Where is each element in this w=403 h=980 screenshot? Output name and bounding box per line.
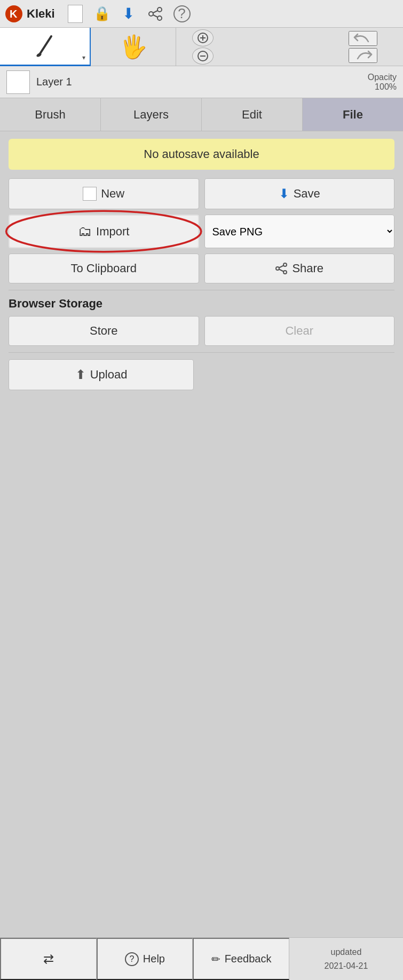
svg-line-18 bbox=[279, 266, 283, 268]
new-thumb-icon bbox=[83, 187, 97, 201]
browser-storage-heading: Browser Storage bbox=[9, 297, 394, 311]
save-label: Save bbox=[294, 187, 320, 201]
svg-text:K: K bbox=[10, 8, 18, 20]
empty-area bbox=[9, 396, 394, 769]
new-save-row: New ⬇ Save bbox=[9, 178, 394, 209]
save-format-select[interactable]: Save PNG Save JPG Save KLK bbox=[204, 215, 395, 248]
svg-line-6 bbox=[153, 15, 157, 17]
undo-icon bbox=[353, 31, 373, 46]
clipboard-share-row: To Clipboard Share bbox=[9, 254, 394, 283]
help-label: Help bbox=[143, 953, 165, 965]
main-content: No autosave available New ⬇ Save 🗂 Impor… bbox=[0, 131, 403, 777]
feedback-button[interactable]: ✏ Feedback bbox=[193, 938, 289, 980]
save-icon: ⬇ bbox=[279, 186, 289, 201]
tool-row: ▾ 🖐 bbox=[0, 28, 403, 66]
clipboard-label: To Clipboard bbox=[70, 262, 137, 275]
svg-point-4 bbox=[149, 12, 153, 16]
redo-icon bbox=[353, 48, 373, 63]
svg-line-7 bbox=[39, 36, 51, 54]
feedback-icon: ✏ bbox=[211, 953, 220, 966]
updated-info: updated 2021-04-21 bbox=[289, 938, 403, 980]
divider-2 bbox=[9, 352, 394, 353]
tab-layers[interactable]: Layers bbox=[101, 98, 202, 131]
share-button[interactable]: Share bbox=[204, 254, 395, 283]
upload-button[interactable]: ⬆ Upload bbox=[9, 359, 194, 390]
tabs-row: Brush Layers Edit File bbox=[0, 98, 403, 131]
new-label: New bbox=[101, 187, 124, 201]
share-icon bbox=[148, 6, 163, 21]
zoom-controls bbox=[176, 28, 230, 66]
top-toolbar: K Kleki 🔒 ⬇ ? bbox=[0, 0, 403, 28]
hand-icon: 🖐 bbox=[120, 34, 147, 60]
download-icon-btn[interactable]: ⬇ bbox=[117, 2, 140, 26]
clear-button[interactable]: Clear bbox=[204, 316, 395, 346]
svg-point-16 bbox=[283, 271, 287, 274]
zoom-in-icon bbox=[197, 32, 209, 44]
import-savepng-row: 🗂 Import Save PNG Save JPG Save KLK bbox=[9, 215, 394, 248]
undo-redo-controls bbox=[328, 28, 398, 66]
save-button[interactable]: ⬇ Save bbox=[204, 178, 395, 209]
svg-point-2 bbox=[157, 7, 162, 12]
updated-date: 2021-04-21 bbox=[325, 961, 368, 971]
autosave-banner: No autosave available bbox=[9, 139, 394, 170]
new-button[interactable]: New bbox=[9, 178, 199, 209]
brush-chevron-icon: ▾ bbox=[82, 54, 85, 61]
app-name: Kleki bbox=[27, 7, 55, 21]
import-button[interactable]: 🗂 Import bbox=[9, 215, 199, 248]
svg-point-17 bbox=[276, 267, 279, 270]
share-icon-btn[interactable] bbox=[144, 2, 167, 26]
upload-row: ⬆ Upload bbox=[9, 359, 394, 390]
layer-thumbnail bbox=[6, 70, 30, 94]
zoom-in-button[interactable] bbox=[192, 29, 214, 46]
upload-icon: ⬆ bbox=[75, 367, 86, 382]
tab-edit[interactable]: Edit bbox=[202, 98, 303, 131]
hand-tool[interactable]: 🖐 bbox=[91, 28, 176, 66]
svg-point-15 bbox=[283, 263, 287, 266]
brush-tool[interactable]: ▾ bbox=[0, 28, 91, 66]
upload-label: Upload bbox=[90, 368, 128, 382]
store-button[interactable]: Store bbox=[9, 316, 199, 346]
help-circle-icon: ? bbox=[125, 952, 139, 966]
bottom-bar: ⇄ ? Help ✏ Feedback updated 2021-04-21 bbox=[0, 937, 403, 980]
redo-button[interactable] bbox=[349, 48, 377, 63]
swap-icon: ⇄ bbox=[43, 952, 54, 967]
logo: K Kleki bbox=[4, 4, 55, 23]
tab-file[interactable]: File bbox=[303, 98, 403, 131]
undo-button[interactable] bbox=[349, 31, 377, 46]
layer-row: Layer 1 Opacity 100% bbox=[0, 66, 403, 98]
opacity-display: Opacity 100% bbox=[368, 73, 397, 92]
svg-point-3 bbox=[157, 16, 162, 20]
share-label: Share bbox=[292, 262, 323, 275]
new-document-icon-btn[interactable] bbox=[64, 2, 87, 26]
divider-1 bbox=[9, 290, 394, 290]
to-clipboard-button[interactable]: To Clipboard bbox=[9, 254, 199, 283]
brush-icon bbox=[33, 34, 57, 58]
share-btn-icon bbox=[275, 262, 288, 275]
kleki-logo: K bbox=[4, 4, 23, 23]
swap-button[interactable]: ⇄ bbox=[0, 938, 97, 980]
help-icon-btn[interactable]: ? bbox=[170, 2, 194, 26]
svg-line-19 bbox=[279, 270, 283, 272]
svg-line-5 bbox=[153, 11, 157, 13]
updated-label: updated bbox=[331, 947, 362, 957]
clear-label: Clear bbox=[285, 324, 313, 338]
help-button[interactable]: ? Help bbox=[97, 938, 193, 980]
layer-name: Layer 1 bbox=[36, 76, 368, 88]
import-label: Import bbox=[96, 225, 129, 239]
feedback-label: Feedback bbox=[225, 953, 272, 965]
store-label: Store bbox=[90, 324, 118, 338]
import-icon: 🗂 bbox=[78, 223, 92, 240]
zoom-out-icon bbox=[197, 50, 209, 62]
store-clear-row: Store Clear bbox=[9, 316, 394, 346]
zoom-out-button[interactable] bbox=[192, 48, 214, 65]
tab-brush[interactable]: Brush bbox=[0, 98, 101, 131]
lock-icon-btn[interactable]: 🔒 bbox=[90, 2, 114, 26]
